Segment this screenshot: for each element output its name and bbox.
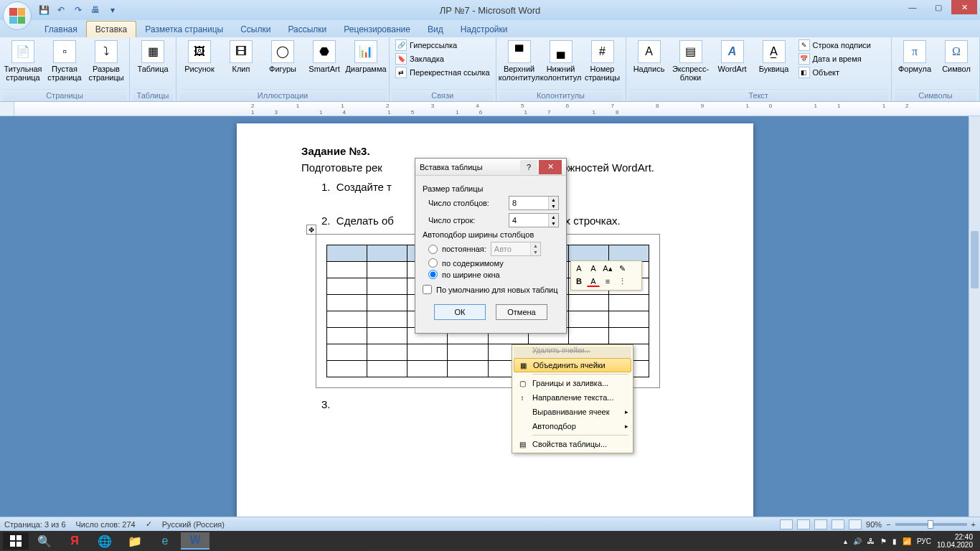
zoom-thumb[interactable]	[928, 520, 933, 529]
view-web-icon[interactable]	[814, 519, 827, 529]
start-button[interactable]	[3, 532, 29, 550]
hyperlink-button[interactable]: 🔗Гиперссылка	[392, 39, 493, 52]
pagenum-button[interactable]: #Номер страницы	[583, 39, 623, 83]
signature-button[interactable]: ✎Строка подписи	[796, 39, 874, 52]
wordart-button[interactable]: AWordArt	[712, 39, 753, 75]
close-button[interactable]: ✕	[951, 0, 977, 14]
page-break-button[interactable]: ⤵Разрыв страницы	[86, 39, 126, 83]
view-draft-icon[interactable]	[849, 519, 862, 529]
radio-fixed[interactable]	[428, 245, 438, 254]
zoom-in-button[interactable]: +	[971, 520, 976, 529]
object-button[interactable]: ◧Объект	[796, 66, 874, 79]
blank-page-button[interactable]: ▫Пустая страница	[44, 39, 85, 83]
ctx-delete-cells[interactable]: Удалить ячейки...	[514, 347, 631, 358]
tab-home[interactable]: Главная	[36, 22, 86, 37]
spinner-up-icon[interactable]: ▲	[549, 197, 558, 203]
rows-spinner[interactable]: ▲▼	[509, 213, 559, 227]
footer-button[interactable]: ▄Нижний колонтитул	[541, 39, 581, 83]
task-yandex[interactable]: Я	[60, 532, 89, 550]
radio-content[interactable]	[428, 258, 438, 268]
table-move-handle[interactable]: ✥	[306, 225, 316, 235]
table-button[interactable]: ▦Таблица	[133, 39, 173, 75]
zoom-out-button[interactable]: −	[886, 520, 890, 529]
task-search[interactable]: 🔍	[30, 532, 59, 550]
crossref-button[interactable]: ⇄Перекрестная ссылка	[392, 66, 493, 79]
cover-page-button[interactable]: 📄Титульная страница	[3, 39, 43, 83]
spinner-down-icon[interactable]: ▼	[549, 203, 558, 209]
spinner-down-icon[interactable]: ▼	[549, 220, 558, 227]
undo-icon[interactable]: ↶	[55, 4, 67, 17]
tray-volume-icon[interactable]: 🔊	[853, 537, 862, 545]
redo-icon[interactable]: ↷	[72, 4, 85, 17]
mini-align-icon[interactable]: ≡	[601, 276, 614, 287]
mini-font-icon[interactable]: A	[573, 263, 585, 274]
view-read-icon[interactable]	[797, 519, 810, 529]
spinner-up-icon[interactable]: ▲	[549, 214, 558, 220]
mini-brush-icon[interactable]: ✎	[616, 263, 628, 274]
zoom-value[interactable]: 90%	[866, 520, 882, 529]
picture-button[interactable]: 🖼Рисунок	[179, 39, 220, 75]
view-outline-icon[interactable]	[831, 519, 844, 529]
task-ie[interactable]: e	[151, 532, 179, 550]
dialog-close-button[interactable]: ✕	[539, 160, 562, 174]
zoom-slider[interactable]	[895, 523, 967, 526]
dialog-titlebar[interactable]: Вставка таблицы ? ✕	[415, 159, 566, 176]
task-explorer[interactable]: 📁	[121, 532, 149, 550]
dropcap-button[interactable]: A̲Буквица	[754, 39, 794, 75]
chart-button[interactable]: 📊Диаграмма	[346, 39, 386, 75]
save-icon[interactable]: 💾	[37, 4, 50, 17]
mini-color-icon[interactable]: A	[587, 276, 600, 287]
status-words[interactable]: Число слов: 274	[76, 520, 136, 529]
view-print-icon[interactable]	[780, 519, 793, 529]
mini-bullets-icon[interactable]: ⋮	[616, 276, 628, 287]
ctx-autofit[interactable]: Автоподбор▸	[514, 419, 631, 433]
qat-more-icon[interactable]: ▾	[106, 4, 119, 17]
datetime-button[interactable]: 📅Дата и время	[796, 52, 874, 65]
symbol-button[interactable]: ΩСимвол	[936, 39, 976, 75]
quickparts-button[interactable]: ▤Экспресс-блоки	[671, 39, 711, 83]
status-language[interactable]: Русский (Россия)	[162, 520, 225, 529]
header-button[interactable]: ▀Верхний колонтитул	[499, 39, 540, 83]
remember-checkbox[interactable]	[423, 285, 432, 294]
tab-insert[interactable]: Вставка	[86, 21, 137, 37]
cols-spinner[interactable]: ▲▼	[509, 196, 559, 210]
status-page[interactable]: Страница: 3 из 6	[4, 520, 66, 529]
ctx-table-props[interactable]: ▤Свойства таблицы...	[514, 437, 631, 451]
print-icon[interactable]: 🖶	[89, 4, 102, 17]
scrollbar-vertical[interactable]	[969, 116, 980, 517]
mini-grow-icon[interactable]: A▴	[601, 263, 614, 274]
task-chrome[interactable]: 🌐	[90, 532, 119, 550]
ctx-text-direction[interactable]: ↕Направление текста...	[514, 390, 631, 405]
tab-view[interactable]: Вид	[419, 22, 452, 37]
office-button[interactable]	[3, 1, 32, 30]
tray-up-icon[interactable]: ▴	[844, 537, 847, 545]
tray-battery-icon[interactable]: ▮	[892, 537, 897, 545]
ruler-horizontal[interactable]: 2 1 1 2 3 4 5 6 7 8 9 10 11 12 13 14 15 …	[0, 102, 980, 116]
tab-references[interactable]: Ссылки	[232, 22, 279, 37]
clip-button[interactable]: 🎞Клип	[221, 39, 261, 75]
tray-clock[interactable]: 22:4010.04.2020	[937, 533, 973, 549]
mini-fontsize-icon[interactable]: A	[587, 263, 600, 274]
tray-network-icon[interactable]: 🖧	[867, 537, 875, 545]
tray-lang[interactable]: РУС	[917, 537, 931, 545]
bookmark-button[interactable]: 🔖Закладка	[392, 52, 493, 65]
textbox-button[interactable]: AНадпись	[629, 39, 669, 75]
scrollbar-thumb[interactable]	[971, 231, 979, 288]
shapes-button[interactable]: ◯Фигуры	[263, 39, 303, 75]
task-word[interactable]: W	[181, 532, 209, 550]
tray-wifi-icon[interactable]: 📶	[903, 537, 911, 545]
minimize-button[interactable]: —	[900, 0, 925, 14]
rows-input[interactable]	[509, 214, 548, 227]
ctx-borders[interactable]: ▢Границы и заливка...	[514, 376, 631, 390]
tab-addins[interactable]: Надстройки	[452, 22, 517, 37]
cols-input[interactable]	[509, 197, 548, 209]
ok-button[interactable]: ОК	[434, 304, 486, 320]
dialog-help-button[interactable]: ?	[520, 160, 537, 174]
maximize-button[interactable]: ▢	[925, 0, 951, 14]
ctx-merge-cells[interactable]: ▦Объединить ячейки	[514, 358, 631, 372]
tab-review[interactable]: Рецензирование	[335, 22, 419, 37]
cancel-button[interactable]: Отмена	[496, 304, 547, 320]
mini-bold-icon[interactable]: B	[573, 276, 585, 287]
tab-mailings[interactable]: Рассылки	[279, 22, 335, 37]
formula-button[interactable]: πФормула	[895, 39, 935, 75]
